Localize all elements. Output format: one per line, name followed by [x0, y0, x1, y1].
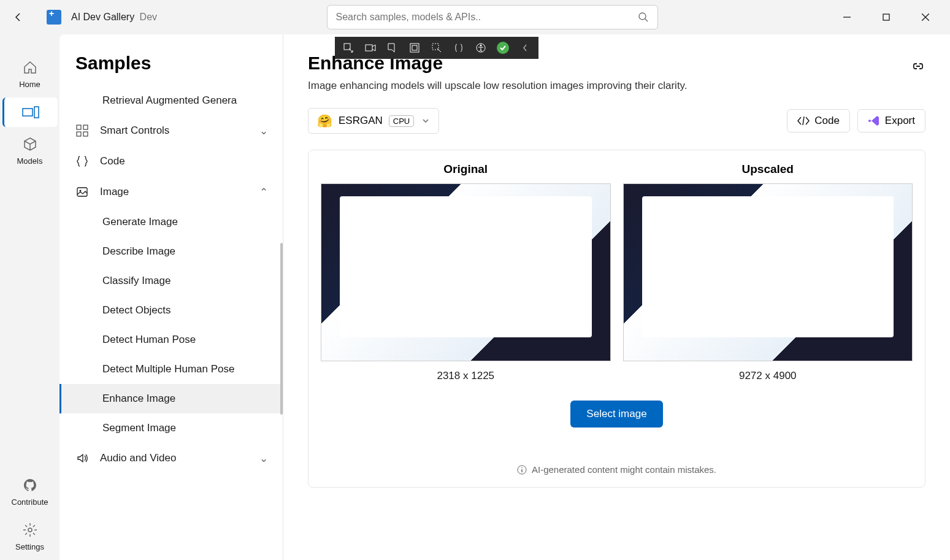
app-title: AI Dev Gallery Dev — [71, 12, 157, 23]
samples-sidebar: Samples Retrieval Augmented Genera Smart… — [59, 34, 283, 560]
sidebar-item-code[interactable]: Code — [59, 146, 283, 177]
svg-point-0 — [639, 13, 646, 20]
sidebar-item-classify-image[interactable]: Classify Image — [59, 266, 283, 296]
nav-models[interactable]: Models — [2, 129, 58, 172]
samples-icon — [22, 104, 39, 121]
svg-rect-10 — [83, 125, 88, 129]
model-selector[interactable]: 🤗 ESRGAN CPU — [308, 108, 439, 134]
nav-contribute[interactable]: Contribute — [2, 470, 58, 513]
visual-studio-icon — [868, 115, 880, 127]
svg-rect-18 — [412, 45, 417, 50]
grid-icon — [75, 124, 89, 137]
upscaled-label: Upscaled — [742, 163, 794, 176]
svg-point-8 — [28, 528, 32, 532]
chevron-down-icon — [421, 117, 430, 125]
search-icon — [638, 12, 649, 23]
layout-icon[interactable] — [404, 37, 426, 59]
nav-samples[interactable] — [2, 98, 58, 127]
cube-icon — [21, 136, 39, 153]
svg-point-21 — [480, 45, 482, 47]
track-icon[interactable] — [426, 37, 448, 59]
braces-tool-icon[interactable] — [448, 37, 470, 59]
original-dimensions: 2318 x 1225 — [437, 370, 494, 382]
image-icon — [75, 185, 89, 199]
sidebar-item-detect-human-pose[interactable]: Detect Human Pose — [59, 325, 283, 355]
chevron-down-icon: ⌄ — [259, 452, 268, 465]
ai-disclaimer: AI-generated content might contain mista… — [321, 464, 913, 475]
minimize-button[interactable] — [827, 4, 867, 31]
code-button[interactable]: Code — [787, 109, 850, 132]
nav-home[interactable]: Home — [2, 53, 58, 95]
svg-rect-12 — [83, 132, 88, 136]
video-icon[interactable] — [359, 37, 381, 59]
sidebar-item-detect-objects[interactable]: Detect Objects — [59, 296, 283, 325]
sidebar-item-enhance-image[interactable]: Enhance Image — [59, 384, 283, 413]
svg-rect-9 — [77, 125, 81, 129]
select-image-button[interactable]: Select image — [570, 401, 662, 428]
sidebar-item-audio-video[interactable]: Audio and Video ⌄ — [59, 443, 283, 474]
page-description: Image enhancing models will upscale low … — [308, 80, 925, 92]
link-icon[interactable] — [911, 59, 925, 76]
home-icon — [21, 59, 39, 76]
gear-icon — [21, 521, 39, 539]
huggingface-icon: 🤗 — [317, 113, 332, 128]
svg-point-24 — [521, 467, 523, 468]
svg-point-14 — [80, 190, 82, 192]
original-label: Original — [443, 163, 488, 176]
collapse-toolbar-icon[interactable] — [514, 37, 536, 59]
svg-rect-11 — [77, 132, 81, 136]
nav-settings[interactable]: Settings — [2, 515, 58, 558]
chevron-down-icon: ⌄ — [259, 125, 268, 137]
original-image — [321, 183, 611, 361]
select-element-icon[interactable] — [337, 37, 359, 59]
chevron-up-icon: ⌃ — [259, 186, 268, 199]
sidebar-item-segment-image[interactable]: Segment Image — [59, 413, 283, 443]
check-icon[interactable] — [492, 37, 514, 59]
compute-badge: CPU — [389, 115, 414, 127]
sidebar-item-smart-controls[interactable]: Smart Controls ⌄ — [59, 115, 283, 146]
sidebar-item-generate-image[interactable]: Generate Image — [59, 207, 283, 237]
accessibility-icon[interactable] — [470, 37, 492, 59]
app-icon — [47, 10, 61, 25]
svg-rect-3 — [883, 14, 889, 20]
debug-toolbar[interactable] — [335, 37, 538, 59]
info-icon — [517, 465, 527, 475]
scrollbar[interactable] — [280, 243, 283, 415]
sidebar-item-describe-image[interactable]: Describe Image — [59, 237, 283, 266]
braces-icon — [75, 155, 89, 168]
upscaled-image — [623, 183, 913, 361]
svg-rect-7 — [34, 107, 39, 118]
sidebar-item-detect-multiple-pose[interactable]: Detect Multiple Human Pose — [59, 355, 283, 384]
upscaled-dimensions: 9272 x 4900 — [739, 370, 797, 382]
sidebar-item-rag[interactable]: Retrieval Augmented Genera — [59, 86, 283, 115]
maximize-button[interactable] — [867, 4, 906, 31]
svg-rect-16 — [366, 45, 372, 51]
highlight-icon[interactable] — [381, 37, 404, 59]
svg-rect-6 — [23, 109, 33, 116]
code-icon — [797, 116, 810, 126]
svg-line-1 — [645, 19, 648, 22]
audio-icon — [75, 451, 89, 465]
search-input[interactable] — [327, 5, 658, 29]
close-button[interactable] — [906, 4, 945, 31]
github-icon — [21, 477, 39, 494]
back-button[interactable] — [5, 4, 32, 31]
sidebar-item-image[interactable]: Image ⌃ — [59, 177, 283, 207]
compare-card: Original 2318 x 1225 Upscaled 9272 x 490… — [308, 150, 925, 488]
export-button[interactable]: Export — [857, 109, 925, 132]
samples-title: Samples — [59, 53, 283, 86]
svg-rect-17 — [410, 44, 419, 52]
